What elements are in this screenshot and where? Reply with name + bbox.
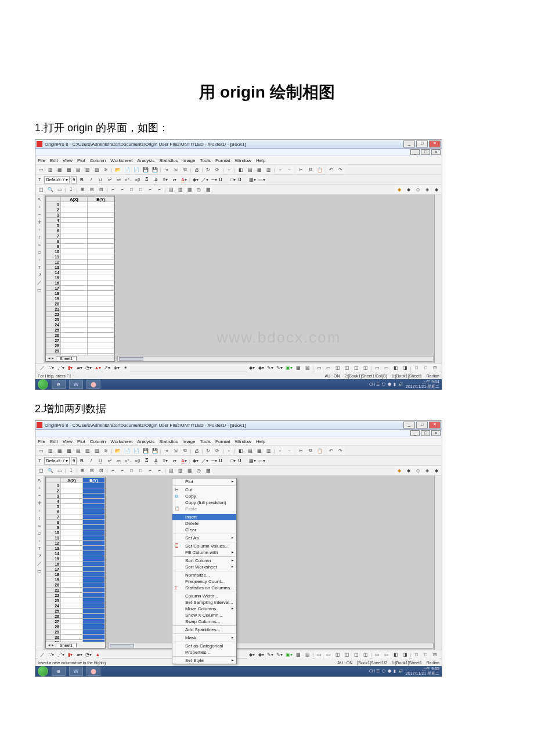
cell[interactable] — [61, 635, 83, 640]
cell[interactable] — [88, 327, 114, 333]
cell[interactable] — [61, 530, 83, 535]
row-header[interactable]: 16 — [46, 561, 61, 567]
cell[interactable] — [83, 629, 105, 635]
menu-help[interactable]: Help — [256, 439, 265, 444]
marker-size-select[interactable]: 0 — [238, 458, 247, 463]
cell[interactable] — [88, 218, 114, 223]
palette-button[interactable]: ▭▾ — [257, 175, 266, 184]
h2-icon[interactable]: ▭ — [382, 363, 391, 372]
italic-button[interactable]: I — [86, 456, 95, 465]
close-button[interactable]: ✕ — [429, 141, 441, 147]
row-header[interactable]: 20 — [46, 582, 61, 588]
row-header[interactable]: 29 — [46, 629, 61, 635]
l2-icon[interactable]: ⌐ — [118, 466, 127, 475]
add-column-icon[interactable]: + — [225, 165, 233, 174]
row-header[interactable]: 18 — [46, 291, 61, 296]
line-color-button[interactable]: ／▾ — [200, 456, 209, 465]
project-explorer-icon[interactable]: ◧ — [236, 447, 245, 455]
m2-icon[interactable]: ◆▾ — [257, 650, 265, 659]
open-excel-icon[interactable]: 📄 — [132, 165, 140, 174]
menu-statistics[interactable]: Statistics — [159, 439, 178, 444]
start-button-icon[interactable] — [38, 666, 48, 676]
col-header-b[interactable]: B(Y) — [83, 478, 105, 483]
cell[interactable] — [88, 301, 114, 307]
cell[interactable] — [61, 598, 83, 603]
doc-maximize-button[interactable]: □ — [421, 430, 430, 436]
zoom-out-icon[interactable]: − — [285, 165, 294, 174]
cell[interactable] — [83, 593, 105, 598]
col-icon3[interactable]: ▦ — [185, 466, 194, 475]
pointer-tool-icon[interactable]: ↖ — [37, 197, 42, 203]
open-excel-icon[interactable]: 📄 — [132, 447, 140, 455]
g3-icon[interactable]: ◫ — [333, 363, 342, 372]
l4-icon[interactable]: □ — [136, 185, 145, 194]
import-multi-icon[interactable]: ⧉ — [181, 447, 189, 455]
cell[interactable] — [61, 270, 88, 275]
cell[interactable] — [61, 218, 88, 223]
row-header[interactable]: 24 — [46, 322, 61, 327]
region-tool-icon[interactable]: ▱ — [37, 250, 42, 255]
cell[interactable] — [61, 546, 83, 551]
row-header[interactable]: 14 — [46, 270, 61, 275]
menu-show-x[interactable]: Show X Column... — [172, 612, 236, 618]
fill-color-button[interactable]: ◆▾ — [191, 175, 200, 184]
add-column-icon[interactable]: + — [225, 447, 233, 455]
i3-icon[interactable]: ⊞ — [431, 363, 439, 372]
h4-icon[interactable]: ◨ — [400, 363, 409, 372]
i3-icon[interactable]: ⊞ — [431, 650, 439, 659]
cell[interactable] — [61, 572, 83, 577]
word-icon[interactable]: W — [69, 667, 83, 676]
cell[interactable] — [83, 598, 105, 603]
zoom-in-icon[interactable]: + — [276, 165, 284, 174]
cell[interactable] — [61, 348, 88, 354]
g6-icon[interactable]: ◫ — [361, 650, 370, 659]
row-header[interactable]: 5 — [46, 223, 61, 228]
sheet-tab-1[interactable]: Sheet1 — [56, 643, 77, 647]
row-header[interactable]: 24 — [46, 603, 61, 609]
font-family-icon[interactable]: T — [37, 175, 43, 184]
supersub-button[interactable]: x⁺₋ — [124, 456, 132, 465]
cell[interactable] — [88, 312, 114, 317]
cell[interactable] — [88, 317, 114, 322]
g2-icon[interactable]: ▭ — [324, 363, 333, 372]
font-color-button[interactable]: A▾ — [179, 456, 188, 465]
i2-icon[interactable]: □ — [421, 363, 430, 372]
cell[interactable] — [88, 343, 114, 348]
row-header[interactable]: 9 — [46, 525, 61, 530]
g4-icon[interactable]: ◫ — [342, 650, 351, 659]
new-matrix-icon[interactable]: ▩ — [64, 447, 73, 455]
menu-set-cat[interactable]: Set as Categorical — [172, 643, 236, 649]
line-color-button[interactable]: ／▾ — [200, 175, 209, 184]
cell[interactable] — [61, 275, 88, 280]
col-header-a[interactable]: A(X) — [61, 478, 83, 483]
zoom-icon[interactable]: 🔍 — [46, 185, 55, 194]
menu-edit[interactable]: Edit — [50, 158, 58, 163]
m2-icon[interactable]: ◆▾ — [257, 363, 265, 372]
row-header[interactable]: 13 — [46, 546, 61, 551]
column-plot-icon[interactable]: ▮▾ — [66, 650, 74, 659]
ime-indicator[interactable]: CH ☰ — [369, 669, 380, 674]
menu-set-as[interactable]: Set As — [172, 535, 236, 541]
cell[interactable] — [61, 494, 83, 499]
clock-icon[interactable]: ◷ — [194, 185, 203, 194]
text-tool-icon[interactable]: T — [37, 546, 42, 552]
cell[interactable] — [61, 249, 88, 254]
menu-plot[interactable]: Plot — [172, 478, 236, 485]
l3-icon[interactable]: □ — [127, 185, 136, 194]
h3-icon[interactable]: ◧ — [391, 363, 400, 372]
cell[interactable] — [61, 525, 83, 530]
menu-plot[interactable]: Plot — [77, 439, 85, 444]
import-ascii-icon[interactable]: ⇲ — [171, 165, 180, 174]
cell[interactable] — [88, 322, 114, 327]
increase-font-button[interactable]: A̅ — [142, 175, 151, 184]
area-plot-icon[interactable]: ▰▾ — [75, 363, 84, 372]
maximize-button[interactable]: □ — [416, 141, 428, 147]
stock-plot-icon[interactable]: ✶ — [121, 363, 130, 372]
cell[interactable] — [83, 494, 105, 499]
worksheet-grid[interactable]: A(X) B(Y) 123456789101112131415161718192… — [46, 196, 114, 355]
minimize-button[interactable]: _ — [403, 422, 415, 429]
row-header[interactable]: 4 — [46, 218, 61, 223]
command-window-icon[interactable]: ▥ — [264, 165, 273, 174]
cell[interactable] — [83, 582, 105, 588]
sheet-tab-1[interactable]: Sheet1 — [56, 356, 77, 361]
